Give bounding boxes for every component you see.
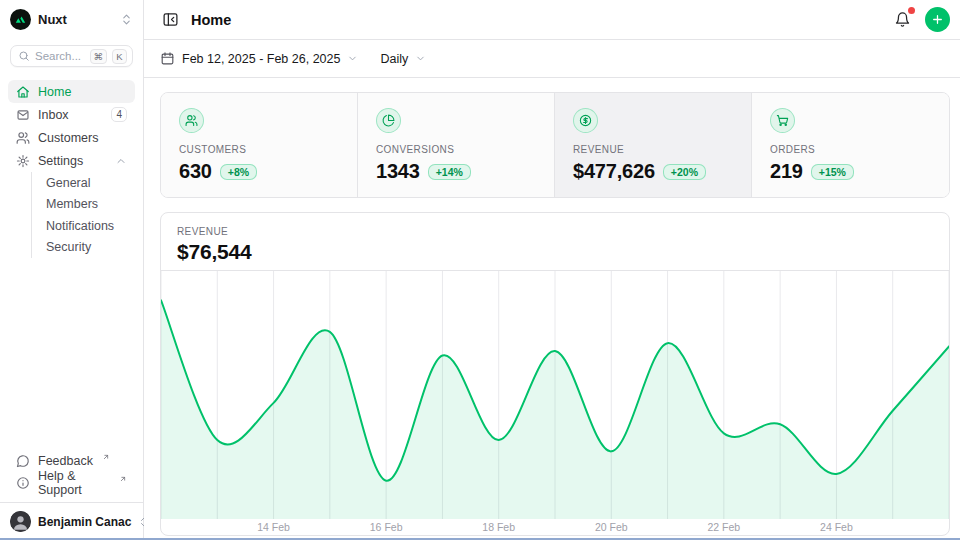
- sidebar-item-security[interactable]: Security: [40, 237, 135, 259]
- sidebar-item-label: Members: [46, 197, 98, 211]
- stat-value: 219: [770, 160, 803, 183]
- chart-title: REVENUE: [177, 226, 933, 237]
- sidebar: Nuxt Search... ⌘ K Home: [0, 0, 144, 540]
- plus-icon: [931, 13, 944, 26]
- dashboard-content: CUSTOMERS 630 +8% CONVERSIONS 1343 +14%: [144, 78, 960, 540]
- filters-toolbar: Feb 12, 2025 - Feb 26, 2025 Daily: [144, 40, 960, 78]
- stat-label: CUSTOMERS: [179, 144, 339, 155]
- sidebar-item-settings[interactable]: Settings: [8, 149, 135, 172]
- sidebar-nav: Home Inbox 4 Customers Settings: [8, 80, 135, 258]
- users-icon: [16, 131, 30, 145]
- period-label: Daily: [380, 52, 408, 66]
- kbd-cmd: ⌘: [90, 49, 108, 64]
- date-range-label: Feb 12, 2025 - Feb 26, 2025: [182, 52, 340, 66]
- top-header: Home: [144, 0, 960, 40]
- workspace-switcher[interactable]: Nuxt: [0, 0, 143, 30]
- search-placeholder: Search...: [35, 50, 85, 62]
- avatar: [10, 511, 31, 532]
- sidebar-item-label: Notifications: [46, 219, 114, 233]
- workspace-name: Nuxt: [38, 12, 67, 27]
- message-circle-icon: [16, 454, 30, 468]
- delta-badge: +14%: [428, 164, 471, 180]
- svg-text:20 Feb: 20 Feb: [595, 521, 628, 533]
- revenue-area-chart[interactable]: 14 Feb16 Feb18 Feb20 Feb22 Feb24 Feb: [161, 271, 949, 536]
- bell-icon: [894, 11, 911, 28]
- revenue-chart-card: REVENUE $76,544 14 Feb16 Feb18 Feb20 Feb…: [160, 212, 950, 536]
- users-icon: [179, 108, 204, 133]
- delta-badge: +20%: [663, 164, 706, 180]
- chevron-up-icon: [115, 155, 127, 167]
- external-link-arrow-icon: [119, 475, 127, 483]
- svg-text:18 Feb: 18 Feb: [482, 521, 515, 533]
- sidebar-item-inbox[interactable]: Inbox 4: [8, 103, 135, 126]
- sidebar-item-label: General: [46, 176, 90, 190]
- info-circle-icon: [16, 476, 30, 490]
- chart-header: REVENUE $76,544: [161, 213, 949, 271]
- chart-body: 14 Feb16 Feb18 Feb20 Feb22 Feb24 Feb: [161, 271, 949, 536]
- stat-value: 1343: [376, 160, 420, 183]
- help-support-link[interactable]: Help & Support: [8, 472, 135, 494]
- chevron-down-icon: [347, 53, 358, 64]
- user-name: Benjamin Canac: [38, 515, 131, 529]
- sidebar-footer-links: Feedback Help & Support: [8, 450, 135, 494]
- feedback-label: Feedback: [38, 454, 93, 468]
- panel-left-close-icon: [162, 11, 179, 28]
- stat-card-orders[interactable]: ORDERS 219 +15%: [752, 93, 949, 198]
- user-menu[interactable]: Benjamin Canac: [0, 503, 143, 540]
- notifications-button[interactable]: [892, 9, 913, 30]
- stat-value: 630: [179, 160, 212, 183]
- delta-badge: +15%: [811, 164, 854, 180]
- stat-card-conversions[interactable]: CONVERSIONS 1343 +14%: [358, 93, 555, 198]
- stat-label: ORDERS: [770, 144, 931, 155]
- main-panel: Home Feb 12, 2: [144, 0, 960, 540]
- search-icon: [18, 50, 30, 62]
- period-select[interactable]: Daily: [380, 52, 426, 66]
- sidebar-item-label: Security: [46, 240, 91, 254]
- help-support-label: Help & Support: [38, 469, 110, 497]
- sidebar-item-notifications[interactable]: Notifications: [40, 215, 135, 237]
- chevron-down-icon: [415, 53, 426, 64]
- sidebar-item-label: Customers: [38, 131, 98, 145]
- inbox-count-badge: 4: [111, 107, 127, 122]
- inbox-icon: [16, 108, 30, 122]
- sidebar-item-customers[interactable]: Customers: [8, 126, 135, 149]
- date-range-picker[interactable]: Feb 12, 2025 - Feb 26, 2025: [160, 51, 358, 66]
- kbd-k: K: [112, 49, 127, 64]
- svg-text:22 Feb: 22 Feb: [708, 521, 741, 533]
- nuxt-logo-icon: [10, 9, 31, 30]
- search-input[interactable]: Search... ⌘ K: [10, 45, 133, 67]
- sidebar-item-label: Home: [38, 85, 71, 99]
- sidebar-item-label: Inbox: [38, 108, 69, 122]
- gear-icon: [16, 154, 30, 168]
- sidebar-item-label: Settings: [38, 154, 83, 168]
- page-title: Home: [191, 12, 231, 28]
- chart-total-value: $76,544: [177, 240, 933, 264]
- sidebar-item-general[interactable]: General: [40, 172, 135, 194]
- settings-children: General Members Notifications Security: [31, 172, 135, 258]
- chevrons-up-down-icon: [120, 13, 133, 26]
- svg-text:14 Feb: 14 Feb: [257, 521, 290, 533]
- app-window: Nuxt Search... ⌘ K Home: [0, 0, 960, 540]
- external-link-arrow-icon: [102, 453, 110, 461]
- shopping-cart-icon: [770, 108, 795, 133]
- stat-value: $477,626: [573, 160, 655, 183]
- sidebar-item-members[interactable]: Members: [40, 194, 135, 216]
- stats-cards: CUSTOMERS 630 +8% CONVERSIONS 1343 +14%: [160, 92, 950, 198]
- chart-pie-icon: [376, 108, 401, 133]
- collapse-sidebar-button[interactable]: [160, 9, 181, 30]
- stat-card-revenue[interactable]: REVENUE $477,626 +20%: [555, 93, 752, 198]
- svg-text:24 Feb: 24 Feb: [820, 521, 853, 533]
- stat-label: REVENUE: [573, 144, 733, 155]
- home-icon: [16, 85, 30, 99]
- delta-badge: +8%: [220, 164, 257, 180]
- stat-label: CONVERSIONS: [376, 144, 536, 155]
- svg-text:16 Feb: 16 Feb: [370, 521, 403, 533]
- add-button[interactable]: [925, 7, 950, 32]
- sidebar-item-home[interactable]: Home: [8, 80, 135, 103]
- unread-notification-dot: [908, 7, 915, 14]
- stat-card-customers[interactable]: CUSTOMERS 630 +8%: [161, 93, 358, 198]
- circle-dollar-icon: [573, 108, 598, 133]
- calendar-icon: [160, 51, 175, 66]
